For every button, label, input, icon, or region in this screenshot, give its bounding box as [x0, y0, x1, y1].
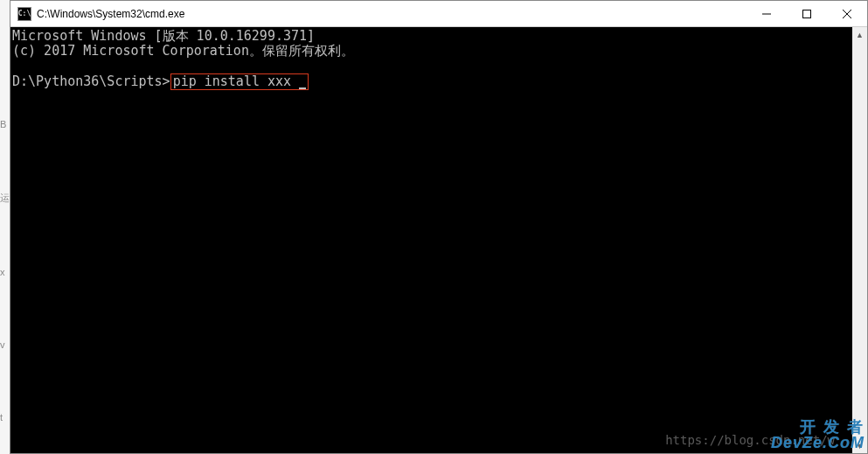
terminal-prompt: D:\Python36\Scripts>	[12, 73, 170, 89]
terminal-wrap: Microsoft Windows [版本 10.0.16299.371] (c…	[10, 27, 867, 453]
scrollbar[interactable]: ▲ ▼	[852, 27, 867, 453]
maximize-icon	[802, 10, 811, 18]
titlebar[interactable]: C:\ C:\Windows\System32\cmd.exe	[10, 1, 867, 27]
svg-rect-1	[803, 10, 811, 17]
chevron-up-icon: ▲	[856, 31, 864, 39]
command-highlight: pip install xxx	[170, 73, 309, 90]
cmd-window: C:\ C:\Windows\System32\cmd.exe Microsof…	[10, 0, 868, 454]
scroll-track[interactable]	[852, 42, 867, 438]
window-controls	[746, 1, 867, 26]
logo-en: DevZe.CoM	[771, 435, 865, 451]
terminal-line: (c) 2017 Microsoft Corporation。保留所有权利。	[12, 43, 354, 59]
app-icon: C:\	[17, 7, 31, 21]
maximize-button[interactable]	[787, 1, 827, 26]
close-button[interactable]	[827, 1, 867, 26]
window-title: C:\Windows\System32\cmd.exe	[37, 8, 746, 20]
background-stripe: B 运 x v t	[0, 0, 10, 454]
minimize-icon	[762, 10, 771, 18]
command-text: pip install xxx	[173, 73, 291, 89]
scroll-up-button[interactable]: ▲	[852, 27, 867, 42]
minimize-button[interactable]	[746, 1, 787, 26]
terminal-line: Microsoft Windows [版本 10.0.16299.371]	[12, 28, 315, 44]
developer-logo: 开 发 者 DevZe.CoM	[771, 419, 865, 451]
terminal-output[interactable]: Microsoft Windows [版本 10.0.16299.371] (c…	[10, 27, 852, 453]
logo-cn: 开 发 者	[771, 419, 865, 435]
close-icon	[843, 10, 851, 18]
cursor	[299, 87, 306, 89]
